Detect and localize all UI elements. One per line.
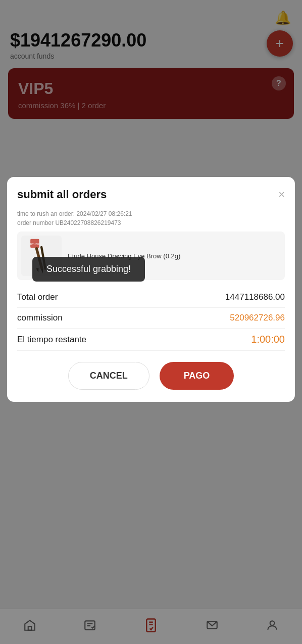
modal-title: submit all orders: [17, 188, 107, 201]
order-number-label: order number: [17, 219, 55, 226]
total-order-value: 1447118686.00: [225, 292, 285, 302]
tiempo-row: El tiempo restante 1:00:00: [17, 329, 285, 351]
svg-text:ETUDE: ETUDE: [30, 243, 39, 246]
order-time-row: time to rush an order: 2024/02/27 08:26:…: [17, 210, 285, 217]
order-number-row: order number UB24022708826219473: [17, 219, 285, 226]
order-number-value: UB24022708826219473: [55, 219, 121, 226]
tiempo-value: 1:00:00: [251, 334, 285, 345]
total-order-row: Total order 1447118686.00: [17, 287, 285, 308]
tiempo-label: El tiempo restante: [17, 335, 86, 345]
success-toast: Successful grabbing!: [32, 257, 145, 282]
modal-header: submit all orders ×: [17, 188, 285, 201]
cancel-button[interactable]: CANCEL: [68, 362, 149, 390]
commission-value: 520962726.96: [230, 313, 285, 323]
total-order-label: Total order: [17, 292, 58, 302]
pago-button[interactable]: PAGO: [160, 362, 234, 390]
commission-row: commission 520962726.96: [17, 308, 285, 329]
modal-close-button[interactable]: ×: [278, 188, 285, 201]
commission-label: commission: [17, 313, 63, 323]
submit-orders-modal: submit all orders × time to rush an orde…: [7, 177, 295, 402]
time-rush-label: time to rush an order:: [17, 210, 76, 217]
modal-actions: CANCEL PAGO: [17, 362, 285, 390]
time-rush-value: 2024/02/27 08:26:21: [76, 210, 132, 217]
